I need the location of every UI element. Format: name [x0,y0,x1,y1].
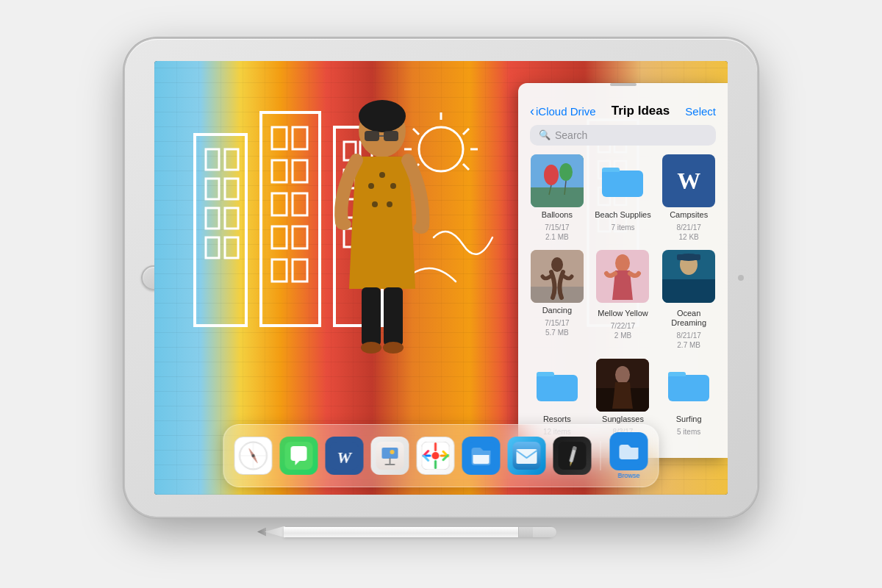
svg-rect-67 [531,187,584,207]
pencil-band [518,527,534,537]
file-item-campsites[interactable]: W Campsites 8/21/17 12 KB [659,154,719,245]
file-item-ocean-dreaming[interactable]: Ocean Dreaming 8/21/17 2.7 MB [659,250,719,353]
panel-title: Trip Ideas [612,104,670,118]
ipad-frame: ‹ iCloud Drive Trip Ideas Select 🔍 Searc… [125,39,757,517]
browse-folder-icon [615,437,643,465]
svg-point-53 [390,183,396,189]
ipad-device: ‹ iCloud Drive Trip Ideas Select 🔍 Searc… [125,39,757,517]
file-grid: Balloons 7/15/17 2.1 MB Beach Supplie [518,154,728,458]
file-thumb-sunglasses [596,359,649,412]
svg-rect-99 [434,460,437,469]
folder-icon-surfing [668,369,709,401]
dock-app-browse-wrapper: Browse [610,432,648,479]
file-name-sunglasses: Sunglasses [602,415,644,424]
svg-point-57 [414,222,429,234]
pencil-cap [533,527,556,537]
file-name-resorts: Resorts [543,415,571,424]
scene: ‹ iCloud Drive Trip Ideas Select 🔍 Searc… [37,7,845,581]
dock-separator [600,441,601,470]
dock-app-messages[interactable] [280,437,318,475]
dock-app-word[interactable]: W [326,437,364,475]
keynote-icon [376,442,404,470]
file-thumb-ocean [662,250,715,306]
svg-rect-69 [531,287,584,303]
file-name-beach: Beach Supplies [595,210,650,220]
drag-handle [610,83,637,86]
svg-point-65 [559,163,573,181]
files-icon [467,442,495,470]
panel-nav: ‹ iCloud Drive Trip Ideas Select [530,104,716,119]
folder-icon-beach [602,165,643,197]
file-thumb-dancing [531,250,584,303]
pencil-tip [265,526,285,538]
dock-app-keynote[interactable] [371,437,409,475]
file-meta-balloons: 7/15/17 2.1 MB [545,223,569,242]
back-arrow-icon: ‹ [530,104,534,119]
file-meta-surfing: 5 items [677,427,700,437]
apple-pencil [154,520,728,550]
file-name-balloons: Balloons [542,210,573,220]
mail-icon [513,442,541,470]
back-label[interactable]: iCloud Drive [536,105,596,118]
word-app-icon: W [331,442,359,470]
word-letter: W [677,169,700,193]
file-meta-beach: 7 items [611,223,634,232]
dock-app-brush[interactable] [553,437,592,475]
safari-icon [239,441,268,470]
dock-app-safari[interactable] [234,437,273,475]
back-navigation[interactable]: ‹ iCloud Drive [530,104,596,119]
svg-rect-77 [677,254,700,260]
dock-app-mail[interactable] [508,437,546,475]
svg-point-51 [368,183,374,189]
svg-point-95 [390,450,395,454]
svg-point-55 [387,201,392,207]
file-name-campsites: Campsites [670,210,708,220]
svg-rect-94 [385,464,395,465]
svg-rect-58 [362,287,381,346]
svg-point-60 [361,342,381,354]
dock: W [223,424,659,487]
folder-icon-resorts [537,369,578,401]
messages-icon [285,442,313,470]
dock-app-browse[interactable] [610,432,648,470]
pencil-body-group [257,524,625,540]
svg-rect-108 [517,449,537,464]
svg-rect-74 [662,279,715,303]
svg-point-47 [359,100,406,132]
file-item-mellow-yellow[interactable]: Mellow Yellow 7/22/17 2 MB [593,250,653,353]
photos-icon [422,442,450,470]
file-thumb-mellow [596,250,649,306]
word-icon-campsites: W [662,154,715,207]
svg-point-52 [379,172,385,178]
svg-rect-92 [382,448,398,459]
file-item-surfing[interactable]: Surfing 5 items [659,359,719,449]
brush-icon [559,442,587,470]
svg-rect-48 [365,131,379,141]
svg-rect-59 [384,287,403,346]
search-bar[interactable]: 🔍 Search [530,125,716,146]
select-button[interactable]: Select [685,105,716,118]
file-meta-dancing: 7/15/17 5.7 MB [545,318,569,337]
file-item-beach-supplies[interactable]: Beach Supplies 7 items [593,154,653,245]
file-meta-campsites: 8/21/17 12 KB [676,223,700,242]
dock-app-files[interactable] [462,437,501,475]
file-meta-ocean: 8/21/17 2.7 MB [676,331,700,350]
ipad-screen: ‹ iCloud Drive Trip Ideas Select 🔍 Searc… [154,61,728,495]
file-thumb-balloons [531,154,584,207]
dock-app-photos[interactable] [417,437,455,475]
svg-text:W: W [337,448,353,467]
svg-point-63 [544,165,559,185]
front-camera [738,275,744,281]
pencil-body [284,527,554,537]
file-name-ocean: Ocean Dreaming [659,309,719,328]
svg-point-61 [383,342,404,354]
file-name-mellow: Mellow Yellow [598,309,648,318]
panel-header: ‹ iCloud Drive Trip Ideas Select 🔍 Searc… [518,93,728,154]
file-item-dancing[interactable]: Dancing 7/15/17 5.7 MB [527,250,587,353]
svg-point-72 [615,254,630,272]
svg-point-54 [372,201,378,207]
svg-point-87 [252,454,255,457]
svg-rect-98 [434,442,437,451]
file-item-balloons[interactable]: Balloons 7/15/17 2.1 MB [527,154,587,245]
file-name-dancing: Dancing [542,306,572,315]
